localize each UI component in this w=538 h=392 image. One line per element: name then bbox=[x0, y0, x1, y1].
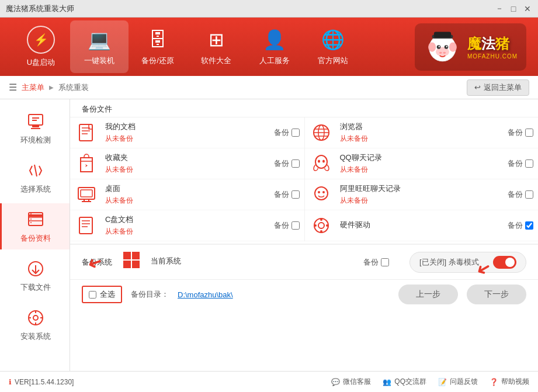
info-icon: ℹ bbox=[9, 378, 12, 386]
svg-point-41 bbox=[326, 224, 328, 227]
website-icon: 🌐 bbox=[321, 27, 345, 52]
windows-icon bbox=[121, 249, 142, 275]
qq-checkbox[interactable] bbox=[525, 159, 533, 168]
mydocs-checkbox-area[interactable]: 备份 bbox=[274, 127, 300, 138]
backup-dir-path[interactable]: D:\mofazhu\bak\ bbox=[178, 290, 233, 299]
backup-nav-icon: 🗄 bbox=[145, 27, 170, 52]
wechat-item[interactable]: 💬 微信客服 bbox=[331, 377, 371, 387]
next-button[interactable]: 下一步 bbox=[467, 285, 526, 304]
nav-onekey[interactable]: 💻 一键装机 bbox=[70, 20, 129, 73]
sidebar-item-install[interactable]: 安装系统 bbox=[0, 301, 70, 348]
nav-onekey-label: 一键装机 bbox=[84, 55, 114, 66]
nav-website-label: 官方网站 bbox=[318, 55, 348, 66]
nav-usb[interactable]: ⚡ U盘启动 bbox=[12, 20, 70, 73]
help-icon: ❓ bbox=[490, 378, 498, 386]
system-label: 选择系统 bbox=[20, 184, 51, 195]
svg-point-39 bbox=[320, 230, 322, 233]
qq-check-label: 备份 bbox=[508, 158, 523, 169]
install-icon bbox=[25, 307, 46, 328]
desktop-checkbox-area[interactable]: 备份 bbox=[274, 189, 300, 200]
select-all-label[interactable]: 全选 bbox=[82, 286, 122, 303]
nav-backup-label: 备份/还原 bbox=[141, 55, 174, 66]
mydocs-checkbox[interactable] bbox=[291, 129, 300, 137]
sidebar-item-env[interactable]: 环境检测 bbox=[0, 105, 70, 151]
svg-point-11 bbox=[439, 51, 442, 53]
driver-checkbox[interactable] bbox=[525, 221, 533, 230]
backup-grid: 我的文档 从未备份 备份 收藏夹 从未备份 bbox=[70, 117, 538, 241]
driver-check-label: 备份 bbox=[508, 220, 523, 231]
current-system-name: 当前系统 bbox=[151, 256, 355, 266]
select-all-text: 全选 bbox=[100, 289, 115, 300]
close-button[interactable]: ✕ bbox=[523, 4, 532, 13]
backup-item-cdocs: C盘文档 从未备份 备份 bbox=[70, 210, 304, 241]
logo-pig-icon bbox=[424, 28, 461, 66]
breadcrumb-home[interactable]: 主菜单 bbox=[22, 82, 44, 93]
svg-point-33 bbox=[315, 187, 328, 200]
prev-button[interactable]: 上一步 bbox=[398, 285, 458, 304]
sidebar-item-backup[interactable]: 备份资料 bbox=[0, 203, 70, 249]
wechat-label: 微信客服 bbox=[343, 377, 371, 387]
svg-point-4 bbox=[428, 42, 436, 51]
content-area: 备份文件 我的文档 从未备份 备份 bbox=[70, 99, 538, 371]
svg-point-5 bbox=[449, 42, 457, 51]
favorites-checkbox[interactable] bbox=[291, 159, 300, 168]
cdocs-checkbox[interactable] bbox=[291, 221, 300, 230]
backup-item-qq: QQ聊天记录 从未备份 备份 bbox=[305, 148, 539, 179]
maximize-button[interactable]: □ bbox=[509, 4, 518, 13]
svg-point-12 bbox=[443, 51, 446, 53]
antivirus-box: [已关闭] 杀毒模式 bbox=[409, 252, 526, 273]
qq-checkbox-area[interactable]: 备份 bbox=[508, 158, 533, 169]
nav-backup[interactable]: 🗄 备份/还原 bbox=[129, 20, 187, 73]
feedback-item[interactable]: 📝 问题反馈 bbox=[438, 377, 478, 387]
qq-status-icon: 👥 bbox=[383, 378, 391, 386]
system-checkbox-area[interactable]: 备份 bbox=[363, 257, 389, 268]
favorites-name: 收藏夹 bbox=[105, 152, 267, 163]
nav-service[interactable]: 👤 人工服务 bbox=[245, 20, 304, 73]
backup-left-col: 我的文档 从未备份 备份 收藏夹 从未备份 bbox=[70, 117, 304, 241]
svg-point-19 bbox=[30, 218, 32, 220]
breadcrumb: ☰ 主菜单 ▶ 系统重装 ↩ 返回主菜单 bbox=[0, 76, 538, 99]
title-bar: 魔法猪系统重装大师 － □ ✕ bbox=[0, 0, 538, 18]
minimize-button[interactable]: － bbox=[495, 4, 504, 13]
mydocs-status: 从未备份 bbox=[105, 134, 267, 144]
driver-checkbox-area[interactable]: 备份 bbox=[508, 220, 533, 231]
sidebar-item-download[interactable]: 下载文件 bbox=[0, 252, 70, 299]
aliww-icon bbox=[310, 183, 333, 206]
aliww-checkbox[interactable] bbox=[525, 190, 533, 199]
nav-buttons: ➜ 上一步 下一步 bbox=[398, 285, 526, 304]
qq-name: QQ聊天记录 bbox=[340, 152, 501, 163]
breadcrumb-separator: ▶ bbox=[49, 84, 54, 91]
backup-files-label: 备份文件 bbox=[82, 104, 112, 115]
cdocs-checkbox-area[interactable]: 备份 bbox=[274, 220, 300, 231]
cdocs-status: 从未备份 bbox=[105, 227, 267, 237]
qq-item[interactable]: 👥 QQ交流群 bbox=[383, 377, 426, 387]
svg-rect-3 bbox=[434, 32, 451, 37]
desktop-check-label: 备份 bbox=[274, 189, 289, 200]
sidebar-item-system[interactable]: 选择系统 bbox=[0, 154, 70, 200]
favorites-checkbox-area[interactable]: 备份 bbox=[274, 158, 300, 169]
desktop-checkbox[interactable] bbox=[291, 190, 300, 199]
backup-item-driver: 硬件驱动 备份 bbox=[305, 210, 539, 241]
system-checkbox[interactable] bbox=[381, 258, 389, 266]
download-label: 下载文件 bbox=[20, 282, 51, 293]
help-item[interactable]: ❓ 帮助视频 bbox=[490, 377, 529, 387]
backup-item-favorites: 收藏夹 从未备份 备份 bbox=[70, 148, 304, 179]
usb-icon: ⚡ bbox=[27, 26, 55, 54]
browser-icon bbox=[310, 121, 333, 144]
nav-software[interactable]: ⊞ 软件大全 bbox=[187, 20, 245, 73]
backup-item-desktop: 桌面 从未备份 备份 bbox=[70, 179, 304, 210]
cdocs-name: C盘文档 bbox=[105, 214, 267, 225]
back-button[interactable]: ↩ 返回主菜单 bbox=[467, 79, 529, 96]
browser-checkbox-area[interactable]: 备份 bbox=[508, 127, 533, 138]
nav-website[interactable]: 🌐 官方网站 bbox=[304, 20, 362, 73]
mydocs-name: 我的文档 bbox=[105, 122, 267, 132]
antivirus-label: [已关闭] 杀毒模式 bbox=[419, 257, 479, 268]
browser-checkbox[interactable] bbox=[525, 129, 533, 137]
antivirus-toggle[interactable] bbox=[493, 256, 516, 269]
aliww-checkbox-area[interactable]: 备份 bbox=[508, 189, 533, 200]
select-all-checkbox[interactable] bbox=[89, 291, 96, 299]
favorites-icon bbox=[75, 152, 98, 175]
svg-rect-24 bbox=[79, 124, 92, 141]
svg-rect-42 bbox=[123, 252, 131, 259]
svg-point-37 bbox=[318, 223, 324, 228]
